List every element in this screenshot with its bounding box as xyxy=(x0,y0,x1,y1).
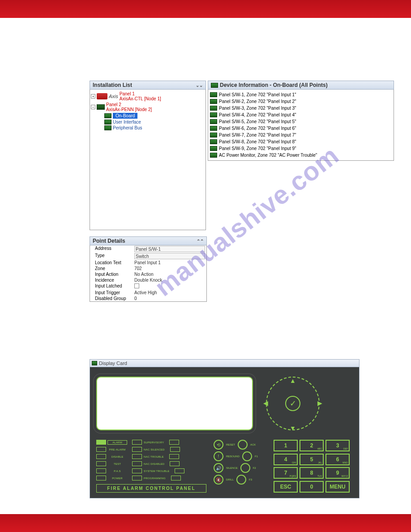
arrow-down-icon[interactable]: ▼ xyxy=(290,425,296,432)
led-label: TEST xyxy=(107,462,127,466)
point-details-body: AddressTypeLocation TextPanel Input 1Zon… xyxy=(90,245,207,302)
control-button[interactable] xyxy=(238,440,248,450)
point-detail-input[interactable] xyxy=(134,253,205,259)
keypad-key[interactable]: 7PQRS xyxy=(274,467,298,479)
device-row[interactable]: Panel S/W-4, Zone 702 "Panel Input 4" xyxy=(210,112,392,118)
control-row: 🔊SILENCEF2 xyxy=(214,463,266,473)
keypad-key[interactable]: 9WXYZ xyxy=(325,467,350,479)
installation-list-title: Installation List xyxy=(93,82,132,88)
key-number: 0 xyxy=(310,484,313,489)
point-detail-input[interactable] xyxy=(134,246,205,252)
point-detail-value: 702 xyxy=(134,266,205,271)
device-row[interactable]: Panel S/W-9, Zone 702 "Panel Input 9" xyxy=(210,145,392,152)
page-content: manualshive.com Installation List ⌄⌄ + A… xyxy=(0,18,411,498)
keypad-key[interactable]: ESC xyxy=(274,481,298,493)
ok-button[interactable]: ✓ xyxy=(285,396,300,411)
led-label: SYSTEM TROUBLE xyxy=(143,469,170,473)
keypad-key[interactable]: 5JKL xyxy=(300,454,324,465)
control-row: ⟲RESETACK xyxy=(214,440,266,450)
keypad-key[interactable]: 0 xyxy=(300,481,324,493)
keypad-key[interactable]: MENU xyxy=(325,481,350,493)
point-detail-row: Address xyxy=(90,245,206,253)
device-row[interactable]: Panel S/W-3, Zone 702 "Panel Input 3" xyxy=(210,105,392,112)
device-row-label: Panel S/W-2, Zone 702 "Panel Input 2" xyxy=(219,99,296,104)
panel1-sub: AxisAx-CTL [Node 1] xyxy=(120,96,161,101)
tree-node-user-interface[interactable]: User Interface xyxy=(104,119,205,125)
panel2-sub: AxisAx-PENN [Node 2] xyxy=(106,107,152,112)
device-row[interactable]: Panel S/W-7, Zone 702 "Panel Input 7" xyxy=(210,132,392,138)
keypad-key[interactable]: 3DEF xyxy=(325,440,350,451)
navigation-wheel[interactable]: ✓ ▲ ▼ ◀ ▶ xyxy=(264,374,322,433)
collapse-minus-icon[interactable]: − xyxy=(91,105,95,109)
expand-icon[interactable]: + xyxy=(91,94,95,99)
device-info-header[interactable]: Device Information - On-Board (All Point… xyxy=(208,81,394,90)
device-row-label: Panel S/W-8, Zone 702 "Panel Input 8" xyxy=(219,139,296,144)
keypad-key[interactable]: 6MNO xyxy=(325,454,350,465)
led-label: SUPERVISORY xyxy=(143,441,164,444)
led-indicator xyxy=(169,454,179,459)
tree-node-panel2[interactable]: − Panel 2 AxisAx-PENN [Node 2] xyxy=(91,102,205,112)
key-number: 7 xyxy=(284,470,287,476)
device-row[interactable]: Panel S/W-8, Zone 702 "Panel Input 8" xyxy=(210,138,392,145)
control-button[interactable]: 🔊 xyxy=(214,463,223,473)
display-card-panel: ✓ ▲ ▼ ◀ ▶ ALARMSUPERVISORYPRE-ALARMNAC S… xyxy=(90,367,360,498)
device-list[interactable]: Panel S/W-1, Zone 702 "Panel Input 1"Pan… xyxy=(208,90,394,161)
tree-node-peripheral-bus[interactable]: Peripheral Bus xyxy=(104,125,205,131)
arrow-up-icon[interactable]: ▲ xyxy=(290,377,296,384)
point-details-header[interactable]: Point Details ⌃⌃ xyxy=(90,236,207,245)
device-row-label: Panel S/W-4, Zone 702 "Panel Input 4" xyxy=(219,112,296,117)
collapse-up-icon[interactable]: ⌃⌃ xyxy=(197,239,204,244)
control-label: DRILL xyxy=(226,478,234,481)
device-row-label: Panel S/W-5, Zone 702 "Panel Input 5" xyxy=(219,119,296,124)
device-row[interactable]: Panel S/W-2, Zone 702 "Panel Input 2" xyxy=(210,98,392,105)
device-row[interactable]: Panel S/W-5, Zone 702 "Panel Input 5" xyxy=(210,118,392,125)
installation-list-header[interactable]: Installation List ⌄⌄ xyxy=(90,81,206,90)
led-indicator xyxy=(132,476,142,481)
device-row[interactable]: Panel S/W-1, Zone 702 "Panel Input 1" xyxy=(210,91,392,98)
key-number: ESC xyxy=(280,484,291,489)
control-button[interactable] xyxy=(240,463,250,473)
device-row-label: Panel S/W-1, Zone 702 "Panel Input 1" xyxy=(219,92,296,97)
point-detail-label: Location Text xyxy=(91,260,134,265)
keypad-key[interactable]: 2ABC xyxy=(300,440,324,451)
key-number: 5 xyxy=(310,457,313,462)
device-row[interactable]: AC Power Monitor, Zone 702 "AC Power Tro… xyxy=(210,152,392,159)
arrow-left-icon[interactable]: ◀ xyxy=(263,399,268,407)
control-button[interactable] xyxy=(236,475,246,485)
panel1-title: Panel 1 xyxy=(120,91,161,96)
keypad-key[interactable]: 1 xyxy=(274,440,298,451)
keypad-key[interactable]: 4GHI xyxy=(274,454,298,465)
point-detail-row: Input ActionNo Action xyxy=(90,271,206,277)
board-icon xyxy=(92,361,97,365)
led-indicator xyxy=(96,461,106,466)
collapse-icon[interactable]: ⌄⌄ xyxy=(196,83,203,88)
led-row: DISABLENAC TROUBLE xyxy=(96,454,206,459)
control-button[interactable]: ! xyxy=(214,451,223,461)
led-row: P.A.SSYSTEM TROUBLE xyxy=(96,468,206,473)
tree-node-onboard[interactable]: On-Board xyxy=(104,112,205,119)
led-indicator xyxy=(132,447,142,452)
control-button[interactable]: 🔇 xyxy=(214,475,223,485)
led-label: POWER xyxy=(107,476,127,480)
control-button[interactable] xyxy=(242,451,252,461)
led-indicator xyxy=(171,476,181,481)
arrow-right-icon[interactable]: ▶ xyxy=(317,399,322,407)
keypad-key[interactable]: 8TUV xyxy=(300,467,324,479)
device-row[interactable]: Panel S/W-6, Zone 702 "Panel Input 6" xyxy=(210,125,392,132)
device-row-label: Panel S/W-7, Zone 702 "Panel Input 7" xyxy=(219,133,296,137)
key-sub: GHI xyxy=(292,462,296,464)
device-icon xyxy=(210,112,217,117)
led-indicator xyxy=(132,461,142,466)
tree-node-panel1[interactable]: + Axis Panel 1 AxisAx-CTL [Node 1] xyxy=(91,91,205,102)
panel-green-icon xyxy=(97,104,105,110)
device-row-label: AC Power Monitor, Zone 702 "AC Power Tro… xyxy=(219,153,317,158)
device-icon xyxy=(210,99,217,104)
led-label: PROGRAMMING xyxy=(143,476,166,480)
led-label: PRE-ALARM xyxy=(107,448,127,451)
led-label: P.A.S xyxy=(107,469,127,473)
control-button[interactable]: ⟲ xyxy=(214,440,223,450)
checkbox-icon[interactable] xyxy=(134,283,139,288)
device-icon xyxy=(210,139,217,144)
installation-tree[interactable]: + Axis Panel 1 AxisAx-CTL [Node 1] − Pan… xyxy=(90,90,206,230)
device-information-pane: Device Information - On-Board (All Point… xyxy=(208,81,394,161)
